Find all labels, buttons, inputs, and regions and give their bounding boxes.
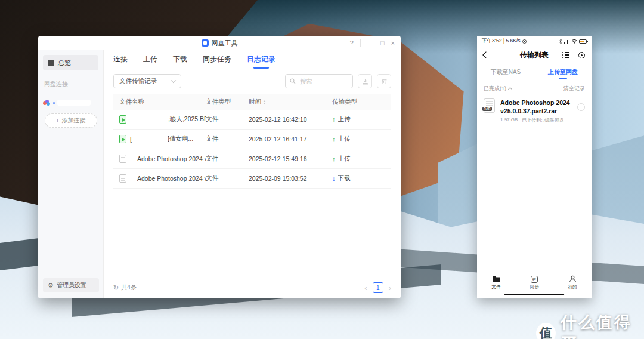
file-icon — [119, 174, 126, 183]
file-type: 文件 — [206, 174, 249, 183]
record-type-dropdown[interactable]: 文件传输记录 — [113, 74, 181, 88]
transfer-direction-icon: ↓ — [332, 175, 336, 182]
transfer-list-item[interactable]: RAR Adobe Photoshop 2024 v25.0.0.37.part… — [477, 95, 592, 127]
overview-icon — [48, 60, 54, 66]
prev-page-icon[interactable]: ‹ — [364, 284, 367, 292]
transfer-time: 2025-02-12 15:49:16 — [249, 155, 332, 162]
file-icon — [119, 135, 126, 143]
next-page-icon[interactable]: › — [389, 284, 391, 292]
close-icon[interactable]: × — [391, 40, 395, 47]
file-name-prefix: [ — [130, 135, 132, 143]
tab-download-to-nas[interactable]: 下载至NAS — [477, 63, 534, 81]
table-row[interactable]: Adobe Photoshop 2024 v25.0.0.37... 文件 20… — [113, 149, 391, 169]
page-number[interactable]: 1 — [373, 282, 383, 293]
search-icon — [290, 78, 296, 84]
phone-bottom-nav: 文件 ⇄ 同步 我的 — [477, 272, 592, 294]
completed-label: 已完成(1) — [484, 85, 506, 93]
filter-row: 文件传输记录 — [104, 69, 401, 93]
bluetooth-icon — [559, 39, 562, 44]
sidebar-connection-item[interactable] — [43, 97, 98, 109]
smzdm-watermark: 值 什么值得买 — [536, 312, 644, 339]
maximize-icon[interactable]: □ — [380, 40, 385, 47]
bottom-nav-sync[interactable]: ⇄ 同步 — [530, 276, 539, 290]
transfer-direction-icon: ↑ — [332, 116, 336, 123]
download-icon — [362, 78, 369, 85]
help-icon[interactable]: ? — [350, 40, 354, 47]
transfer-type: 上传 — [338, 155, 351, 163]
file-type: 文件 — [206, 155, 249, 163]
tab-connect[interactable]: 连接 — [113, 50, 128, 69]
wifi-icon — [571, 39, 577, 44]
table-row[interactable]: ,狼人,2025.BD.... 文件 2025-02-12 16:42:10 ↑… — [113, 110, 391, 130]
file-icon — [119, 115, 126, 124]
titlebar[interactable]: 网盘工具 ? — □ × — [38, 36, 401, 50]
column-header-type[interactable]: 文件类型 — [206, 98, 249, 106]
transfer-time: 2025-02-12 16:42:10 — [249, 116, 332, 123]
tab-upload-to-drive[interactable]: 上传至网盘 — [534, 63, 592, 81]
transfer-time: 2025-02-09 15:03:52 — [249, 175, 332, 182]
item-title-line2: v25.0.0.37.part2.rar — [500, 107, 572, 115]
admin-settings-button[interactable]: ⚙ 管理员设置 — [43, 278, 99, 292]
completed-toggle[interactable]: 已完成(1) — [484, 85, 512, 93]
file-type: 文件 — [206, 115, 249, 124]
item-select-radio[interactable] — [577, 103, 585, 111]
column-header-time[interactable]: 时间 ▲▼ — [249, 98, 332, 106]
tab-log-records[interactable]: 日志记录 — [247, 50, 275, 69]
task-list-icon[interactable] — [562, 52, 569, 58]
gear-icon: ⚙ — [48, 282, 54, 289]
tab-upload[interactable]: 上传 — [143, 50, 157, 69]
transfer-direction-icon: ↑ — [332, 155, 336, 162]
folder-icon — [492, 276, 501, 283]
sidebar: 总览 网盘连接 + 添加连接 ⚙ 管理员设置 — [38, 50, 104, 298]
file-name-redacted — [135, 139, 164, 140]
sort-icon[interactable]: ▲▼ — [263, 100, 266, 105]
search-box[interactable] — [285, 74, 353, 88]
export-download-button[interactable] — [358, 74, 372, 88]
phone-status-bar: 下午3:52 | 5.6K/s — [477, 36, 592, 47]
transfer-type: 上传 — [338, 135, 351, 143]
clear-records-button[interactable]: 清空记录 — [564, 85, 585, 93]
column-header-name[interactable]: 文件名称 — [113, 98, 206, 106]
transfer-time: 2025-02-12 16:41:17 — [249, 135, 332, 143]
refresh-icon[interactable]: ↻ — [113, 285, 119, 291]
delete-records-button[interactable] — [377, 74, 391, 88]
table-row[interactable]: Adobe Photoshop 2024 v25.0.0.37... 文件 20… — [113, 169, 391, 189]
column-header-transfer[interactable]: 传输类型 — [332, 98, 391, 106]
chevron-up-icon — [508, 87, 512, 91]
tab-sync-tasks[interactable]: 同步任务 — [203, 50, 231, 69]
tab-download[interactable]: 下载 — [173, 50, 187, 69]
chevron-down-icon — [171, 78, 176, 82]
phone-screenshot: 下午3:52 | 5.6K/s 传输列表 — [477, 36, 592, 298]
search-input[interactable] — [299, 77, 348, 85]
sync-icon: ⇄ — [531, 276, 538, 283]
phone-tabs: 下载至NAS 上传至网盘 — [477, 63, 592, 81]
main-panel: 连接 上传 下载 同步任务 日志记录 文件传输记录 — [104, 50, 401, 298]
window-title: 网盘工具 — [212, 39, 238, 48]
signal-icon — [564, 39, 569, 44]
file-name: ]倩女幽... — [168, 135, 193, 143]
bottom-nav-files[interactable]: 文件 — [492, 276, 501, 290]
table-row[interactable]: [ ]倩女幽... 文件 2025-02-12 16:41:17 ↑ 上传 — [113, 130, 391, 149]
item-destination: 已上传到: /绿联网盘 — [522, 117, 564, 124]
dropdown-value: 文件传输记录 — [119, 77, 157, 85]
file-name: Adobe Photoshop 2024 v25.0.0.37... — [137, 155, 206, 162]
file-type: 文件 — [206, 135, 249, 143]
table-header: 文件名称 文件类型 时间 ▲▼ 传输类型 — [113, 94, 391, 110]
sidebar-item-overview[interactable]: 总览 — [43, 55, 98, 70]
minimize-icon[interactable]: — — [367, 40, 374, 47]
file-name-redacted — [134, 119, 165, 120]
connection-dot — [53, 102, 55, 104]
completed-section-header: 已完成(1) 清空记录 — [477, 81, 592, 95]
plus-icon: + — [56, 118, 60, 124]
bottom-nav-mine[interactable]: 我的 — [568, 275, 577, 290]
file-name: Adobe Photoshop 2024 v25.0.0.37... — [137, 175, 206, 182]
admin-settings-label: 管理员设置 — [57, 281, 86, 289]
add-connection-button[interactable]: + 添加连接 — [45, 113, 97, 128]
record-target-icon[interactable] — [578, 52, 585, 58]
phone-nav-bar: 传输列表 — [477, 47, 592, 63]
back-icon[interactable] — [482, 51, 489, 58]
connection-name-redacted — [57, 100, 91, 106]
transfer-direction-icon: ↑ — [332, 135, 336, 143]
add-connection-label: 添加连接 — [61, 116, 85, 125]
rar-file-icon: RAR — [484, 98, 495, 113]
